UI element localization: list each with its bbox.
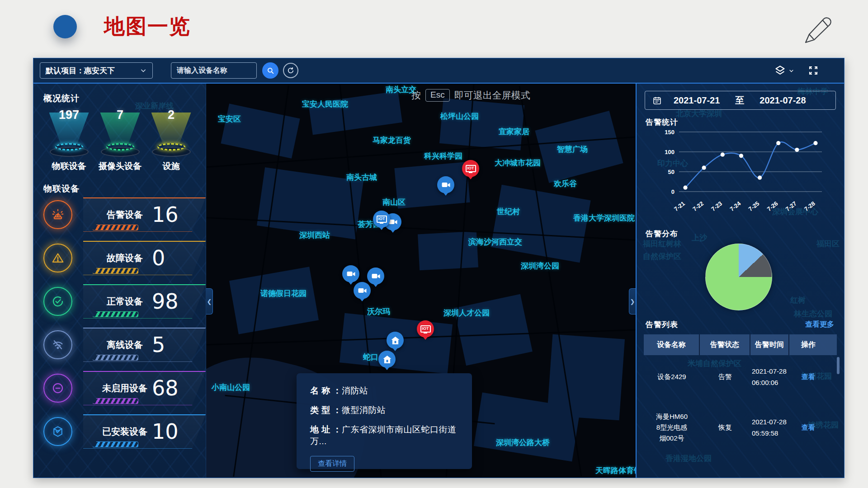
popup-key: 地 址 ：: [310, 425, 342, 434]
col-alarm-status: 告警状态: [700, 334, 750, 355]
data-point: [758, 176, 762, 180]
device-stat-box: 正常设备 98: [83, 284, 206, 319]
view-link[interactable]: 查看: [802, 373, 815, 381]
toolbar-right: [774, 65, 819, 77]
map-place-label: 南头古城: [346, 172, 377, 183]
map-marker-iot-red[interactable]: IOT: [462, 160, 479, 177]
hatch-bar: [92, 355, 138, 361]
overview-stat-iot: 197 物联设备: [43, 108, 94, 177]
search-input[interactable]: [171, 62, 257, 79]
map-block: [454, 294, 533, 366]
map-marker-iot-blue[interactable]: IOT: [373, 211, 390, 228]
overview-stat-label: 摄像头设备: [94, 160, 146, 172]
popup-row-type: 类 型 ：微型消防站: [310, 404, 458, 416]
col-device-name: 设备名称: [644, 334, 700, 355]
map-block: [229, 267, 319, 334]
map-place-label: 蛇口: [363, 352, 378, 362]
x-tick-label: 7-21: [673, 200, 686, 213]
view-link[interactable]: 查看: [802, 423, 815, 432]
map-block: [394, 162, 470, 209]
overview-stat-value: 2: [146, 108, 197, 122]
table-scrollbar[interactable]: [837, 357, 840, 374]
chevron-down-icon: [140, 67, 147, 74]
y-tick-label: 100: [665, 149, 675, 155]
device-stat-box: 离线设备 5: [83, 328, 206, 362]
popup-row-name: 名 称 ：消防站: [310, 385, 458, 397]
overview-stat-value: 7: [94, 108, 146, 122]
alarm-distribution-pie: [705, 244, 772, 310]
x-tick-label: 7-26: [766, 200, 779, 213]
layers-button[interactable]: [774, 65, 794, 77]
overview-stats: 197 物联设备 7 摄像头设备 2 设施: [43, 108, 197, 177]
overview-stat-value: 197: [43, 108, 94, 122]
device-stat-value: 5: [152, 333, 165, 357]
right-analytics-panel: 梅林中学北京大学深圳印力中心深圳会展中心上沙福田红树林自然保护区福田区红树林生态…: [636, 84, 844, 478]
page-header: 地图一览: [0, 0, 868, 58]
x-tick-label: 7-24: [729, 200, 742, 212]
device-stat-label: 未启用设备: [102, 382, 147, 394]
view-details-button[interactable]: 查看详情: [310, 456, 354, 472]
data-point: [702, 166, 706, 170]
siren-icon: [43, 200, 72, 229]
device-stat-value: 10: [152, 419, 179, 444]
wifi-off-icon: [43, 330, 72, 359]
data-point: [739, 154, 743, 158]
map-place-label: 香港大学深圳医院: [573, 213, 635, 223]
alarm-table-header: 设备名称 告警状态 告警时间 操作: [644, 334, 837, 355]
device-stat-box: 告警设备 16: [83, 197, 206, 232]
cone-ring: [157, 143, 185, 150]
device-stat-offline: 离线设备 5: [43, 328, 206, 362]
map-marker-house[interactable]: [378, 351, 396, 368]
map-place-label: 科兴科学园: [424, 151, 462, 161]
project-select[interactable]: 默认项目：惠安天下: [40, 62, 153, 79]
data-point: [683, 186, 687, 190]
calendar-icon: [652, 96, 662, 105]
date-range-picker[interactable]: 2021-07-21 至 2021-07-28: [645, 91, 836, 110]
device-stat-value: 16: [152, 202, 179, 227]
map-place-label: 宝安人民医院: [302, 99, 348, 109]
y-tick-label: 50: [668, 169, 675, 175]
view-more-link[interactable]: 查看更多: [805, 320, 834, 329]
overview-section-title: 概况统计: [43, 93, 206, 104]
collapse-left-panel-handle[interactable]: ❮: [206, 288, 213, 314]
title-bullet: [53, 15, 77, 38]
map-canvas[interactable]: 按 Esc 即可退出全屏模式 宝安人民医院宝安区南头立交松坪山公园马家龙百货宜家…: [206, 84, 636, 478]
date-end[interactable]: 2021-07-28: [760, 95, 806, 106]
y-tick-label: 150: [665, 129, 675, 136]
date-start[interactable]: 2021-07-21: [674, 95, 720, 106]
iot-monitor-icon: IOT: [420, 325, 431, 333]
search-button[interactable]: [262, 62, 278, 79]
hatch-bar: [92, 268, 138, 274]
collapse-right-panel-handle[interactable]: ❯: [629, 288, 636, 314]
cell-alarm-status: 恢复: [700, 423, 750, 432]
device-stat-label: 离线设备: [102, 338, 147, 351]
device-stat-installed: 已安装设备 10: [43, 414, 206, 449]
fullscreen-button[interactable]: [808, 65, 819, 76]
col-alarm-time: 告警时间: [750, 334, 789, 355]
device-stat-disabled: 未启用设备 68: [43, 371, 206, 405]
hatch-bar: [92, 225, 138, 230]
page-title: 地图一览: [104, 13, 191, 41]
warning-icon: [43, 244, 72, 272]
device-stat-box: 已安装设备 10: [83, 414, 206, 449]
map-place-label: 小南山公园: [212, 382, 250, 393]
refresh-button[interactable]: [283, 63, 298, 78]
map-place-label: 马家龙百货: [373, 135, 411, 145]
cone-ring: [55, 143, 83, 150]
table-row: 海曼HM608型光电感烟002号 恢复 2021-07-28 05:59:58 …: [644, 399, 837, 456]
alarm-stats-line-chart: 0501001507-217-227-237-247-257-267-277-2…: [654, 128, 844, 221]
map-marker-camera[interactable]: [437, 176, 454, 193]
map-place-label: 智慧广场: [557, 144, 588, 155]
map-marker-house[interactable]: [387, 332, 404, 349]
project-select-label: 默认项目：惠安天下: [46, 66, 115, 76]
device-stat-normal: 正常设备 98: [43, 284, 206, 319]
map-marker-camera[interactable]: [342, 265, 359, 282]
map-place-label: 深圳西站: [299, 230, 330, 240]
map-marker-iot-red[interactable]: IOT: [417, 320, 434, 338]
data-point: [795, 148, 799, 152]
map-marker-camera[interactable]: [354, 282, 371, 299]
map-place-label: 南山区: [382, 197, 406, 207]
data-point: [776, 141, 780, 145]
esc-keycap: Esc: [425, 89, 450, 102]
map-marker-camera[interactable]: [367, 267, 384, 285]
